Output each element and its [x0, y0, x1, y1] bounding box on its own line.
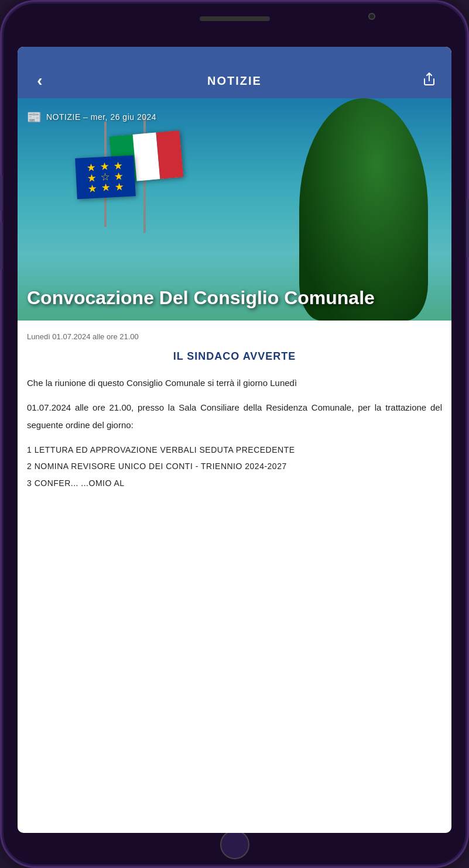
hero-image: ★ ★ ★★ ☆ ★★ ★ ★ 📰 NOTIZIE – mer, 26 giu …: [18, 98, 451, 321]
list-item-3: 3 CONFER... ...OMIO AL: [27, 477, 442, 490]
hero-title: Convocazione Del Consiglio Comunale: [27, 287, 442, 309]
paragraph2-text: alle ore 21.00, presso la Sala Consiliar…: [27, 402, 442, 430]
category-text: NOTIZIE – mer, 26 giu 2024: [46, 112, 156, 122]
power-button[interactable]: [467, 199, 469, 257]
category-icon: 📰: [27, 110, 42, 124]
home-button[interactable]: [220, 830, 249, 859]
main-paragraph: Che la riunione di questo Consiglio Comu…: [27, 374, 442, 392]
back-button[interactable]: ‹: [28, 73, 52, 89]
list-item-2: 2 NOMINA REVISORE UNICO DEI CONTI - TRIE…: [27, 460, 442, 473]
navigation-bar: ‹ NOTIZIE: [18, 63, 451, 98]
volume-up-button[interactable]: [0, 175, 2, 211]
phone-screen: ‹ NOTIZIE: [18, 47, 451, 833]
large-day-label: Lunedì: [270, 378, 297, 388]
date-line: Lunedì 01.07.2024 alle ore 21.00: [27, 332, 442, 341]
paragraph1-text: Che la riunione di questo Consiglio Comu…: [27, 378, 268, 388]
content-area: Lunedì 01.07.2024 alle ore 21.00 IL SIND…: [18, 321, 451, 505]
share-button[interactable]: [417, 72, 441, 89]
phone-frame: ‹ NOTIZIE: [0, 0, 469, 868]
volume-down-button[interactable]: [0, 222, 2, 269]
phone-camera: [368, 13, 375, 20]
date-paragraph: 01.07.2024 alle ore 21.00, presso la Sal…: [27, 399, 442, 434]
eu-stars: ★ ★ ★★ ☆ ★★ ★ ★: [86, 160, 125, 194]
large-date-text: 01.07.2024: [27, 402, 71, 412]
category-badge: 📰 NOTIZIE – mer, 26 giu 2024: [27, 110, 156, 124]
agenda-list: 1 LETTURA ED APPROVAZIONE VERBALI SEDUTA…: [27, 443, 442, 490]
eu-flag: ★ ★ ★★ ☆ ★★ ★ ★: [75, 155, 136, 199]
page-title: NOTIZIE: [207, 74, 262, 88]
phone-speaker: [200, 16, 270, 21]
list-item-1: 1 LETTURA ED APPROVAZIONE VERBALI SEDUTA…: [27, 443, 442, 456]
sindaco-header: IL SINDACO AVVERTE: [27, 350, 442, 363]
status-bar: [18, 47, 451, 63]
